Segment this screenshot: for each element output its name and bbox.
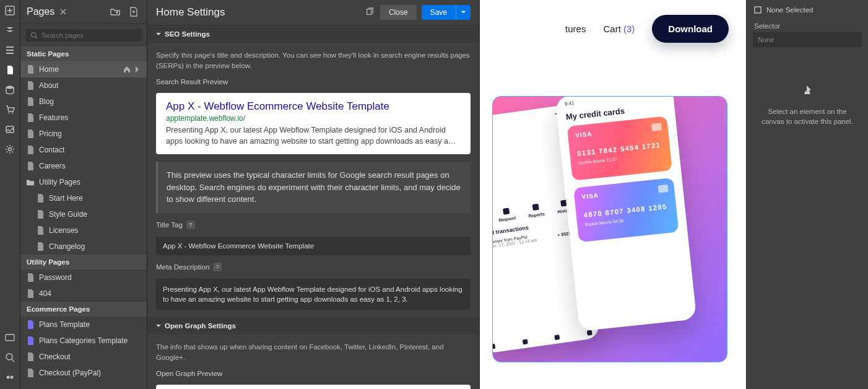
page-label: Contact [39, 146, 64, 154]
svg-point-7 [6, 354, 12, 360]
page-row-about[interactable]: About [20, 77, 147, 94]
seo-section-header[interactable]: SEO Settings [147, 25, 479, 43]
video-tool[interactable] [3, 331, 17, 344]
page-label: Features [39, 113, 68, 122]
svg-rect-6 [6, 334, 14, 341]
page-row-home[interactable]: Home [20, 61, 147, 77]
cms-tool[interactable] [3, 83, 17, 97]
page-row-blog[interactable]: Blog [20, 94, 147, 110]
page-label: Checkout (PayPal) [39, 369, 101, 377]
search-icon [30, 32, 38, 39]
close-button[interactable]: Close [380, 5, 417, 20]
cart-count: (3) [623, 24, 635, 34]
serp-preview-card: App X - Webflow Ecommerce Website Templa… [156, 93, 471, 154]
page-label: Plans Template [39, 320, 90, 329]
save-button[interactable]: Save [422, 5, 456, 20]
style-inspector: None Selected Selector None Select an el… [746, 0, 868, 389]
page-row-404[interactable]: 404 [20, 286, 147, 302]
og-section-header[interactable]: Open Graph Settings [147, 317, 479, 334]
home-indicator-icon [123, 66, 131, 73]
seo-section-body: Specify this page's title and descriptio… [147, 43, 479, 317]
page-label: Home [39, 65, 59, 74]
page-row-changelog[interactable]: Changelog [20, 238, 147, 255]
pages-search-input[interactable] [41, 32, 137, 39]
page-label: Blog [39, 97, 54, 106]
chevron-right-icon [133, 66, 141, 73]
seo-intro-text: Specify this page's title and descriptio… [156, 50, 471, 71]
page-label: Careers [39, 162, 66, 170]
duplicate-icon[interactable] [365, 7, 374, 18]
settings-tool[interactable] [3, 142, 17, 156]
title-tag-input[interactable] [156, 237, 471, 255]
page-row-start-here[interactable]: Start Here [20, 190, 147, 206]
page-row-checkout[interactable]: Checkout [20, 349, 147, 365]
page-label: Plans Categories Template [39, 336, 128, 345]
help-icon[interactable]: ? [213, 263, 222, 271]
selector-label: Selector [747, 16, 868, 32]
phone-mock-front: 9:41••• My credit cards VISA 5131 7842 5… [555, 96, 697, 331]
chevron-down-icon [461, 9, 466, 15]
close-panel-icon[interactable] [59, 8, 67, 15]
page-row-pricing[interactable]: Pricing [20, 126, 147, 142]
serp-note: This preview uses the typical character … [156, 162, 471, 213]
hero-card[interactable]: 9:41••• phie! k actions Send Request Rep… [492, 96, 727, 362]
svg-point-10 [32, 33, 37, 38]
title-tag-label: Title Tag ? [156, 221, 471, 229]
svg-point-8 [7, 376, 10, 379]
page-label: Password [39, 273, 72, 282]
page-row-contact[interactable]: Contact [20, 142, 147, 158]
layout-tool[interactable] [3, 24, 17, 37]
save-dropdown-button[interactable] [456, 5, 471, 20]
navigator-tool[interactable] [3, 43, 17, 57]
page-row-licenses[interactable]: Licenses [20, 222, 147, 238]
ecommerce-tool[interactable] [3, 103, 17, 116]
page-folder-utility[interactable]: Utility Pages [20, 174, 147, 190]
meta-desc-input[interactable] [156, 279, 471, 310]
svg-point-2 [9, 113, 10, 114]
page-label: Licenses [49, 226, 78, 235]
settings-header: Home Settings Close Save [147, 0, 479, 25]
og-preview-card: App X App Webflow Template App X Our fea… [156, 385, 471, 389]
credit-card-2: VISA 4870 8707 3408 1285 Sophie Moore 04… [573, 178, 679, 242]
settings-title: Home Settings [156, 6, 365, 19]
add-element-tool[interactable] [3, 4, 17, 17]
page-row-careers[interactable]: Careers [20, 158, 147, 174]
page-row-features[interactable]: Features [20, 110, 147, 126]
pages-tool[interactable] [3, 63, 17, 77]
page-label: Changelog [49, 242, 85, 251]
selector-input[interactable]: None [753, 32, 862, 47]
page-row-checkout-paypal[interactable]: Checkout (PayPal) [20, 365, 147, 381]
page-row-plans-categories[interactable]: Plans Categories Template [20, 333, 147, 349]
page-row-plans-template[interactable]: Plans Template [20, 317, 147, 333]
seo-section-title: SEO Settings [165, 30, 210, 38]
nav-link-features[interactable]: tures [565, 24, 586, 34]
download-button[interactable]: Download [652, 15, 729, 43]
pointer-icon [802, 84, 813, 98]
assets-tool[interactable] [3, 123, 17, 136]
inspector-empty-state: Select an element on the canvas to activ… [757, 84, 858, 126]
new-folder-button[interactable] [108, 5, 122, 19]
svg-rect-11 [367, 9, 371, 14]
canvas[interactable]: tures Cart (3) Download 9:41••• phie! k … [480, 0, 746, 389]
page-row-style-guide[interactable]: Style Guide [20, 206, 147, 222]
credit-card-1: VISA 5131 7842 5454 1721 Sophie Moore 11… [567, 116, 672, 180]
nav-link-cart[interactable]: Cart (3) [603, 24, 635, 34]
page-row-password[interactable]: Password [20, 269, 147, 286]
audit-tool[interactable] [3, 351, 17, 364]
meta-desc-label: Meta Description ? [156, 263, 471, 271]
site-header: tures Cart (3) Download [480, 0, 746, 58]
help-icon[interactable]: ? [186, 221, 195, 229]
pages-list: Static Pages Home About Blog Features Pr… [20, 46, 147, 389]
svg-point-9 [11, 376, 14, 379]
svg-point-3 [12, 113, 13, 114]
pages-panel-title: Pages [27, 6, 54, 17]
page-label: Start Here [49, 194, 83, 203]
help-tool[interactable] [3, 370, 17, 384]
og-intro-text: The info that shows up when sharing cont… [156, 342, 471, 362]
page-label: About [39, 81, 58, 90]
og-preview-label: Open Graph Preview [156, 370, 471, 377]
new-page-button[interactable] [127, 5, 141, 19]
pages-search[interactable] [25, 29, 142, 42]
selection-label: None Selected [766, 6, 813, 14]
left-tool-rail [0, 0, 20, 389]
